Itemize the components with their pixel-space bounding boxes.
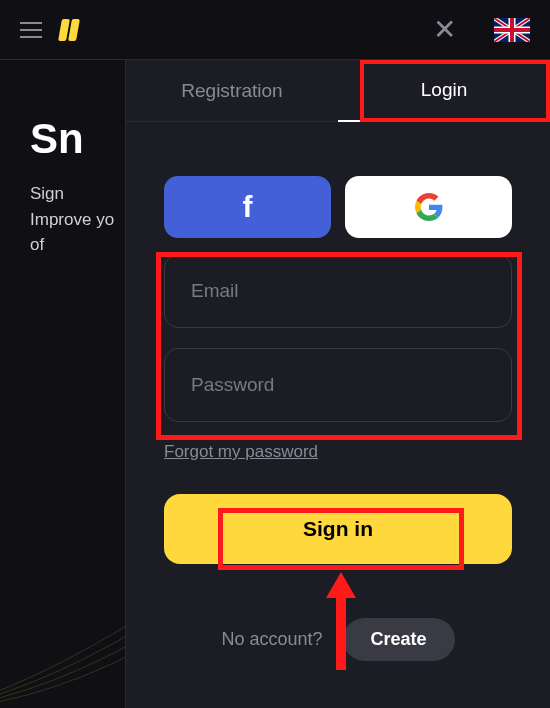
auth-tabs: Registration Login bbox=[126, 60, 550, 122]
forgot-password-link[interactable]: Forgot my password bbox=[164, 442, 318, 462]
create-account-button[interactable]: Create bbox=[343, 618, 455, 661]
facebook-icon: f bbox=[243, 190, 253, 224]
create-account-row: No account? Create bbox=[164, 618, 512, 661]
input-fields bbox=[164, 254, 512, 422]
login-panel: Registration Login f Forgot my password … bbox=[125, 60, 550, 708]
panel-body: f Forgot my password Sign in No account?… bbox=[126, 122, 550, 661]
no-account-text: No account? bbox=[221, 629, 322, 650]
social-buttons: f bbox=[164, 176, 512, 238]
email-field[interactable] bbox=[164, 254, 512, 328]
language-flag-icon[interactable] bbox=[494, 18, 530, 42]
menu-icon[interactable] bbox=[20, 22, 42, 38]
close-icon[interactable]: ✕ bbox=[433, 16, 456, 44]
password-field[interactable] bbox=[164, 348, 512, 422]
google-login-button[interactable] bbox=[345, 176, 512, 238]
signin-button[interactable]: Sign in bbox=[164, 494, 512, 564]
tab-login[interactable]: Login bbox=[338, 60, 550, 122]
google-icon bbox=[415, 193, 443, 221]
app-header: ✕ bbox=[0, 0, 550, 60]
header-left bbox=[20, 19, 82, 41]
app-logo[interactable] bbox=[58, 19, 84, 41]
tab-registration[interactable]: Registration bbox=[126, 60, 338, 122]
header-right: ✕ bbox=[433, 16, 530, 44]
facebook-login-button[interactable]: f bbox=[164, 176, 331, 238]
